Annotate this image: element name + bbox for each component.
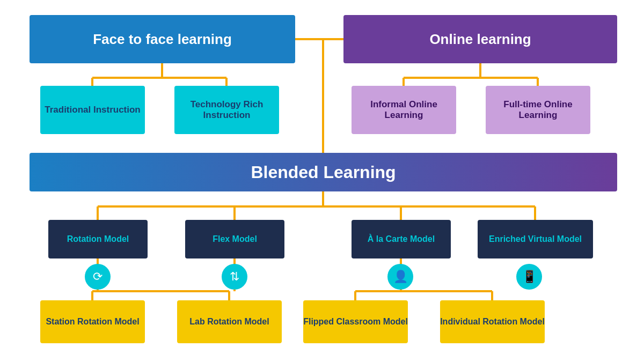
ala-carte-icon-node: 👤 xyxy=(387,264,413,290)
informal-online-node: Informal Online Learning xyxy=(352,86,456,134)
fulltime-online-node: Full-time Online Learning xyxy=(486,86,590,134)
rotation-icon-node: ⟳ xyxy=(85,264,111,290)
enriched-virtual-node: Enriched Virtual Model xyxy=(478,220,593,258)
flipped-classroom-label: Flipped Classroom Model xyxy=(303,317,408,327)
enriched-icon: 📱 xyxy=(516,264,542,290)
flex-icon-node: ⇅ xyxy=(222,264,247,290)
traditional-label: Traditional Instruction xyxy=(45,105,141,115)
enriched-virtual-label: Enriched Virtual Model xyxy=(489,234,582,244)
lab-rotation-label: Lab Rotation Model xyxy=(189,317,269,327)
online-learning-node: Online learning xyxy=(343,15,617,63)
blended-learning-label: Blended Learning xyxy=(251,162,396,182)
enriched-icon-node: 📱 xyxy=(516,264,542,290)
ala-carte-node: À la Carte Model xyxy=(352,220,451,258)
face-to-face-node: Face to face learning xyxy=(30,15,295,63)
flipped-classroom-node: Flipped Classroom Model xyxy=(303,300,408,343)
rotation-model-label: Rotation Model xyxy=(67,234,129,244)
fulltime-online-label: Full-time Online Learning xyxy=(486,99,590,121)
flex-icon: ⇅ xyxy=(222,264,247,290)
blended-learning-node: Blended Learning xyxy=(30,153,617,191)
online-learning-label: Online learning xyxy=(429,31,531,48)
tech-rich-node: Technology Rich Instruction xyxy=(174,86,279,134)
individual-rotation-label: Individual Rotation Model xyxy=(440,317,545,327)
flex-model-label: Flex Model xyxy=(213,234,257,244)
tech-rich-label: Technology Rich Instruction xyxy=(174,99,279,121)
diagram: Face to face learning Online learning Tr… xyxy=(0,0,644,362)
informal-online-label: Informal Online Learning xyxy=(352,99,456,121)
rotation-model-node: Rotation Model xyxy=(48,220,148,258)
face-to-face-label: Face to face learning xyxy=(93,31,232,48)
ala-carte-icon: 👤 xyxy=(387,264,413,290)
rotation-icon: ⟳ xyxy=(85,264,111,290)
lab-rotation-node: Lab Rotation Model xyxy=(177,300,282,343)
flex-model-node: Flex Model xyxy=(185,220,284,258)
ala-carte-label: À la Carte Model xyxy=(368,234,435,244)
station-rotation-label: Station Rotation Model xyxy=(46,317,139,327)
traditional-node: Traditional Instruction xyxy=(40,86,145,134)
station-rotation-node: Station Rotation Model xyxy=(40,300,145,343)
individual-rotation-node: Individual Rotation Model xyxy=(440,300,545,343)
